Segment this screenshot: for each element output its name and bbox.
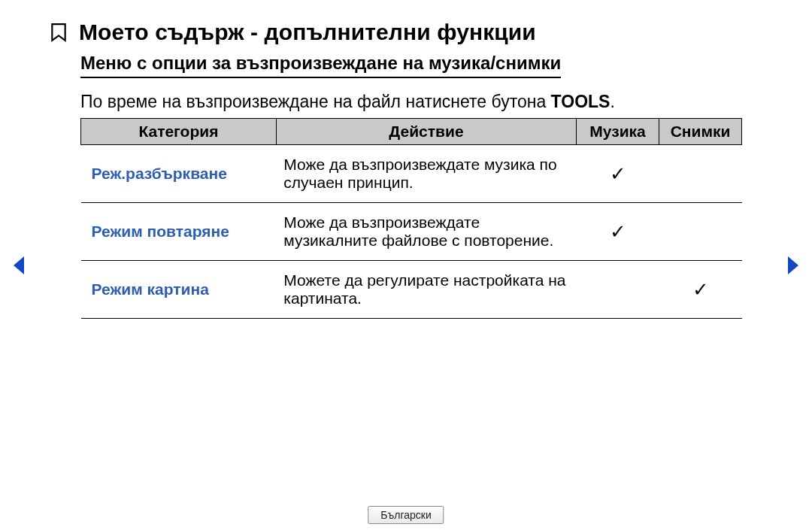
table-row: Режим повтаряне Може да възпроизвеждате … xyxy=(81,203,742,261)
header-category: Категория xyxy=(81,119,277,145)
prev-page-button[interactable] xyxy=(12,256,27,275)
cell-music xyxy=(577,261,659,319)
table-row: Реж.разбъркване Може да възпроизвеждате … xyxy=(81,145,742,203)
next-page-button[interactable] xyxy=(785,256,800,275)
page-title: Моето съдърж - допълнителни функции xyxy=(79,20,536,45)
cell-music: ✓ xyxy=(577,145,659,203)
intro-text: По време на възпроизвеждане на файл нати… xyxy=(80,92,771,112)
header-action: Действие xyxy=(276,119,576,145)
options-table: Категория Действие Музика Снимки Реж.раз… xyxy=(80,118,742,319)
language-badge: Български xyxy=(368,506,444,524)
cell-category: Режим повтаряне xyxy=(81,203,277,261)
svg-marker-0 xyxy=(14,256,24,274)
section-subtitle: Меню с опции за възпроизвеждане на музик… xyxy=(80,53,561,78)
intro-post: . xyxy=(610,92,614,111)
cell-music: ✓ xyxy=(577,203,659,261)
options-table-wrap: Категория Действие Музика Снимки Реж.раз… xyxy=(80,118,742,319)
cell-category: Режим картина xyxy=(81,261,277,319)
table-header-row: Категория Действие Музика Снимки xyxy=(81,119,742,145)
header-music: Музика xyxy=(577,119,659,145)
intro-pre: По време на възпроизвеждане на файл нати… xyxy=(80,92,551,111)
header-photos: Снимки xyxy=(659,119,742,145)
intro-bold: TOOLS xyxy=(551,92,611,111)
cell-action: Може да възпроизвеждате музикалните файл… xyxy=(276,203,576,261)
check-icon: ✓ xyxy=(610,220,626,243)
cell-action: Можете да регулирате настройката на карт… xyxy=(276,261,576,319)
cell-category: Реж.разбъркване xyxy=(81,145,277,203)
check-icon: ✓ xyxy=(610,162,626,185)
manual-page: Моето съдърж - допълнителни функции Меню… xyxy=(0,0,812,530)
cell-action: Може да възпроизвеждате музика по случае… xyxy=(276,145,576,203)
bookmark-icon xyxy=(49,23,68,42)
svg-marker-1 xyxy=(788,256,798,274)
table-row: Режим картина Можете да регулирате настр… xyxy=(81,261,742,319)
check-icon: ✓ xyxy=(692,278,709,301)
cell-photos: ✓ xyxy=(659,261,742,319)
title-row: Моето съдърж - допълнителни функции xyxy=(49,20,771,45)
cell-photos xyxy=(659,203,742,261)
cell-photos xyxy=(659,145,742,203)
